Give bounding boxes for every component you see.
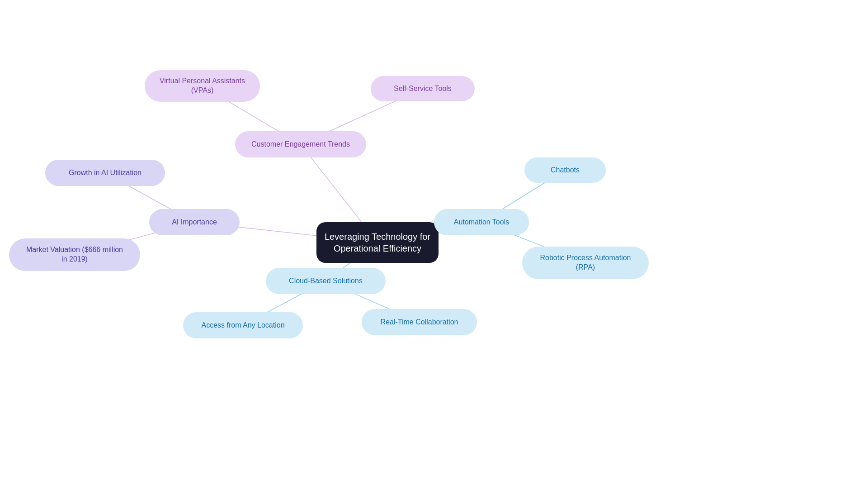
- chatbots-node: Chatbots: [524, 157, 606, 183]
- center-node: Leveraging Technology forOperational Eff…: [316, 222, 439, 263]
- market-valuation-node: Market Valuation ($666 millionin 2019): [9, 238, 140, 271]
- ai-importance-node: AI Importance: [149, 209, 240, 235]
- cloud-based-node: Cloud-Based Solutions: [266, 268, 386, 294]
- growth-ai-node: Growth in AI Utilization: [45, 160, 165, 186]
- automation-tools-node: Automation Tools: [434, 209, 529, 235]
- rpa-node: Robotic Process Automation(RPA): [522, 247, 649, 279]
- customer-engagement-node: Customer Engagement Trends: [235, 131, 366, 157]
- access-location-node: Access from Any Location: [183, 312, 303, 338]
- virtual-personal-assistants-node: Virtual Personal Assistants(VPAs): [145, 70, 260, 102]
- self-service-tools-node: Self-Service Tools: [371, 76, 475, 101]
- real-time-collab-node: Real-Time Collaboration: [362, 309, 477, 335]
- mind-map: Leveraging Technology forOperational Eff…: [0, 0, 868, 490]
